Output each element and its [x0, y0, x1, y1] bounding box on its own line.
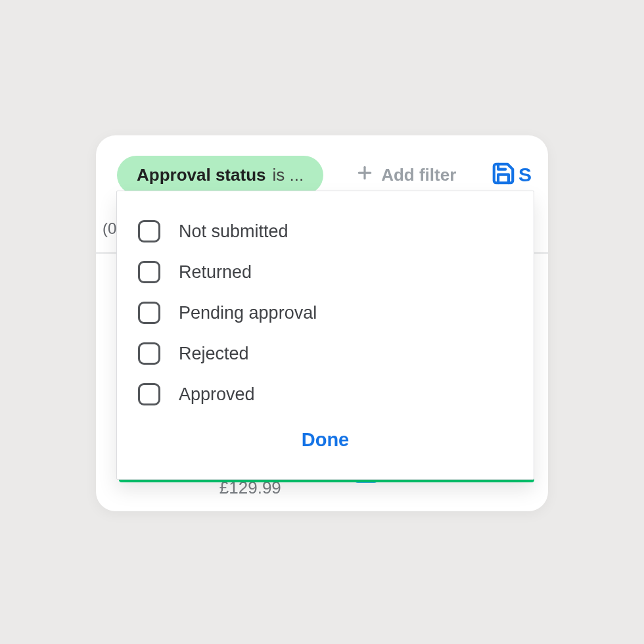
save-icon [491, 161, 516, 189]
plus-icon [356, 164, 373, 186]
add-filter-button[interactable]: Add filter [356, 164, 456, 186]
checkbox[interactable] [138, 342, 160, 365]
option-approved[interactable]: Approved [138, 374, 513, 415]
option-label: Pending approval [179, 303, 317, 323]
option-pending-approval[interactable]: Pending approval [138, 292, 513, 333]
filter-chip-approval-status[interactable]: Approval status is ... [117, 156, 323, 195]
option-label: Returned [179, 262, 252, 283]
option-label: Rejected [179, 344, 249, 364]
checkbox[interactable] [138, 220, 160, 242]
option-not-submitted[interactable]: Not submitted [138, 211, 513, 252]
option-returned[interactable]: Returned [138, 252, 513, 292]
dropdown-footer: Done [138, 429, 513, 451]
truncated-text: S [518, 164, 532, 186]
save-button[interactable]: S [491, 161, 532, 189]
done-button[interactable]: Done [302, 429, 350, 451]
filter-chip-relation: is ... [273, 165, 304, 185]
option-label: Approved [179, 384, 255, 405]
approval-status-dropdown: Not submitted Returned Pending approval … [116, 191, 534, 480]
option-rejected[interactable]: Rejected [138, 333, 513, 374]
checkbox[interactable] [138, 383, 160, 405]
option-label: Not submitted [179, 221, 288, 242]
checkbox[interactable] [138, 302, 160, 324]
filter-chip-field: Approval status [137, 165, 266, 185]
add-filter-label: Add filter [381, 165, 456, 185]
checkbox[interactable] [138, 261, 160, 283]
